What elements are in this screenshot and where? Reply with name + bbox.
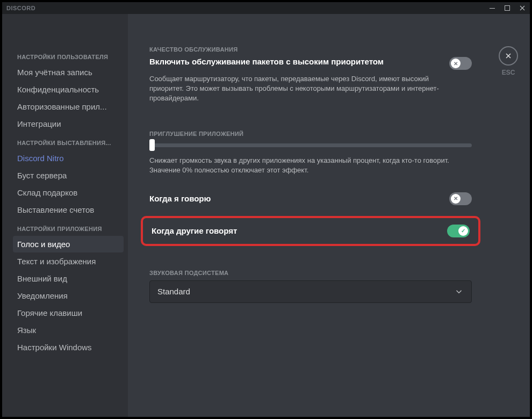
audio-subsystem-value: Standard: [157, 287, 190, 296]
sidebar: НАСТРОЙКИ ПОЛЬЗОВАТЕЛЯ Моя учётная запис…: [2, 14, 128, 417]
attenuation-header: ПРИГЛУШЕНИЕ ПРИЛОЖЕНИЙ: [149, 131, 472, 137]
sidebar-item-keybinds[interactable]: Горячие клавиши: [13, 305, 124, 321]
close-icon: [504, 52, 513, 60]
sidebar-item-gift-inventory[interactable]: Склад подарков: [13, 184, 124, 201]
sidebar-item-appearance[interactable]: Внешний вид: [13, 270, 124, 287]
sidebar-item-language[interactable]: Язык: [13, 322, 124, 338]
sidebar-item-billing[interactable]: Выставление счетов: [13, 201, 124, 218]
minimize-button[interactable]: [489, 5, 495, 11]
esc-label: ESC: [492, 69, 524, 76]
when-i-speak-label: Когда я говорю: [149, 194, 211, 203]
window-controls: [489, 5, 526, 11]
chevron-down-icon: [454, 287, 464, 297]
svg-rect-1: [505, 6, 510, 11]
attenuation-desc: Снижает громкость звука в других приложе…: [149, 156, 450, 175]
sidebar-item-notifications[interactable]: Уведомления: [13, 287, 124, 304]
qos-desc: Сообщает маршрутизатору, что пакеты, пер…: [149, 74, 450, 104]
sidebar-item-voice-video[interactable]: Голос и видео: [13, 236, 124, 252]
qos-title: Включить обслуживание пакетов с высоким …: [149, 57, 449, 66]
window: DISCORD НАСТРОЙКИ ПОЛЬЗОВАТЕЛЯ Моя учётн…: [2, 2, 530, 417]
sidebar-item-authorized-apps[interactable]: Авторизованные прил...: [13, 98, 124, 115]
when-others-speak-toggle[interactable]: [447, 225, 470, 237]
qos-header: КАЧЕСТВО ОБСЛУЖИВАНИЯ: [149, 46, 472, 53]
slider-handle[interactable]: [149, 139, 155, 151]
when-i-speak-row: Когда я говорю: [149, 186, 472, 212]
audio-subsystem-header: ЗВУКОВАЯ ПОДСИСТЕМА: [149, 270, 472, 276]
qos-toggle[interactable]: [449, 57, 472, 70]
sidebar-header-billing: НАСТРОЙКИ ВЫСТАВЛЕНИЯ...: [13, 136, 124, 149]
sidebar-item-text-images[interactable]: Текст и изображения: [13, 253, 124, 270]
audio-subsystem-select[interactable]: Standard: [149, 280, 472, 303]
when-i-speak-toggle[interactable]: [449, 192, 472, 205]
esc-button-group: ESC: [492, 46, 524, 76]
sidebar-item-nitro[interactable]: Discord Nitro: [13, 150, 124, 167]
attenuation-slider[interactable]: [149, 143, 472, 147]
sidebar-item-account[interactable]: Моя учётная запись: [13, 64, 124, 81]
highlight-box: Когда другие говорят: [141, 216, 480, 246]
maximize-button[interactable]: [504, 5, 511, 11]
svg-rect-0: [490, 8, 495, 9]
content-area: КАЧЕСТВО ОБСЛУЖИВАНИЯ Включить обслужива…: [128, 14, 530, 417]
sidebar-header-app: НАСТРОЙКИ ПРИЛОЖЕНИЯ: [13, 222, 124, 235]
sidebar-item-privacy[interactable]: Конфиденциальность: [13, 81, 124, 98]
when-others-speak-label: Когда другие говорят: [152, 226, 237, 235]
sidebar-item-windows-settings[interactable]: Настройки Windows: [13, 339, 124, 356]
sidebar-item-integrations[interactable]: Интеграции: [13, 115, 124, 132]
qos-setting-row: Включить обслуживание пакетов с высоким …: [149, 57, 472, 70]
close-window-button[interactable]: [519, 5, 526, 11]
sidebar-header-user: НАСТРОЙКИ ПОЛЬЗОВАТЕЛЯ: [13, 50, 124, 63]
sidebar-item-server-boost[interactable]: Буст сервера: [13, 167, 124, 184]
close-settings-button[interactable]: [499, 46, 518, 66]
title-bar: DISCORD: [2, 2, 530, 14]
app-title: DISCORD: [6, 5, 35, 11]
